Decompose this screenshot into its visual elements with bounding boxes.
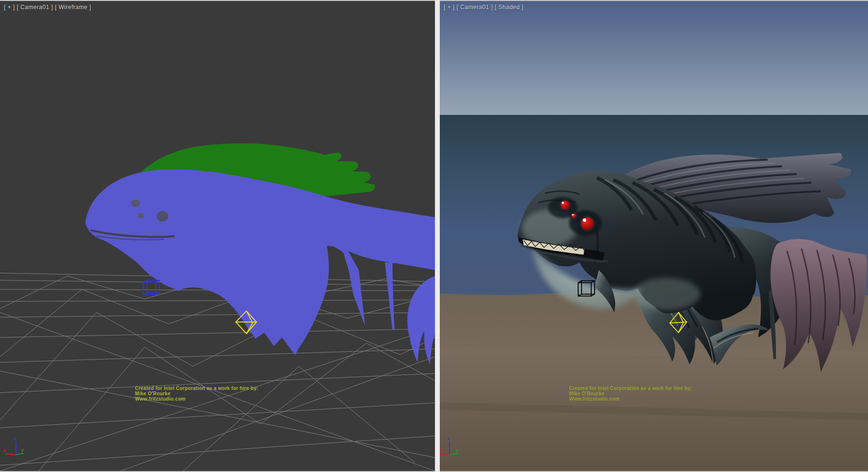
axis-z-label: z: [447, 436, 449, 441]
axis-x-label: x: [3, 447, 6, 453]
viewport-splitter[interactable]: [435, 0, 440, 472]
axis-z-label: z: [14, 436, 16, 441]
red-eye-upper: [560, 200, 570, 210]
copyright-watermark: Created for Intel Corporation as a work …: [569, 386, 692, 402]
viewport-wireframe[interactable]: [ + ] [ Camera01 ] [ Wireframe ]: [0, 1, 435, 471]
copyright-watermark: Created for Intel Corporation as a work …: [135, 386, 258, 402]
sky-background: [440, 1, 868, 115]
axis-y-label: y: [456, 447, 459, 452]
red-eye-main: [580, 216, 595, 231]
red-eye-small: [571, 213, 577, 219]
viewport-label-wireframe[interactable]: [ + ] [ Camera01 ] [ Wireframe ]: [4, 4, 91, 11]
axis-y-label: y: [21, 447, 24, 452]
viewport-shaded[interactable]: [ + ] [ Camera01 ] [ Shaded ]: [440, 1, 868, 471]
viewport-label-shaded[interactable]: [ + ] [ Camera01 ] [ Shaded ]: [444, 4, 524, 11]
max-viewport-layout: [ + ] [ Camera01 ] [ Wireframe ]: [0, 0, 868, 472]
axis-x-label: x: [440, 447, 443, 453]
window-frame-top: [0, 0, 868, 1]
